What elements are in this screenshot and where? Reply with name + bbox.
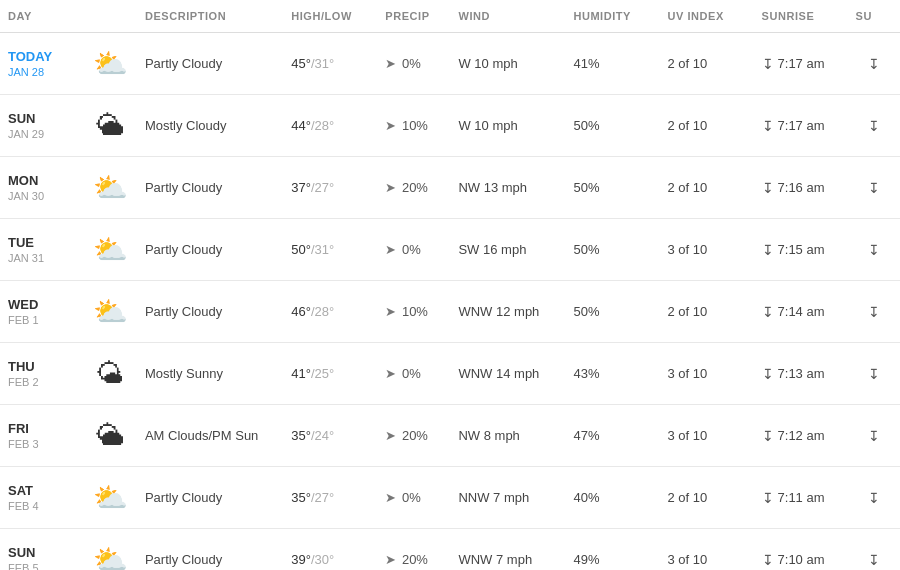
header-highlow: HIGH/LOW: [283, 0, 377, 33]
wind-cell: W 10 mph: [450, 95, 565, 157]
highlow-text: 44°/28°: [291, 118, 334, 133]
sunset-cell: ↧: [848, 95, 900, 157]
description-text: Mostly Cloudy: [145, 118, 227, 133]
sunrise-time: 7:10 am: [778, 552, 825, 567]
uvindex-cell: 2 of 10: [659, 157, 753, 219]
sunset-cell: ↧: [848, 467, 900, 529]
sunrise-cell: ↧7:15 am: [754, 219, 848, 281]
header-sunset: SU: [848, 0, 900, 33]
day-date: JAN 31: [8, 252, 76, 264]
weather-icon: 🌥: [92, 109, 129, 142]
humidity-cell: 50%: [565, 219, 659, 281]
sunset-cell: ↧: [848, 157, 900, 219]
description-cell: AM Clouds/PM Sun: [137, 405, 283, 467]
rain-drop-icon: ➤: [385, 118, 396, 133]
highlow-cell: 35°/27°: [283, 467, 377, 529]
day-name: WED: [8, 297, 76, 312]
description-text: Partly Cloudy: [145, 304, 222, 319]
sunrise-value: ↧7:11 am: [762, 490, 840, 506]
uvindex-text: 3 of 10: [667, 552, 707, 567]
table-row[interactable]: FRI FEB 3 🌥AM Clouds/PM Sun35°/24°➤ 20%N…: [0, 405, 900, 467]
weather-icon: ⛅: [92, 481, 129, 514]
sunset-cell: ↧: [848, 33, 900, 95]
uvindex-cell: 2 of 10: [659, 281, 753, 343]
uvindex-cell: 3 of 10: [659, 219, 753, 281]
sunrise-value: ↧7:16 am: [762, 180, 840, 196]
table-row[interactable]: TUE JAN 31 ⛅Partly Cloudy50°/31°➤ 0%SW 1…: [0, 219, 900, 281]
precip-text: ➤ 10%: [385, 118, 428, 133]
wind-text: SW 16 mph: [458, 242, 526, 257]
sunrise-cell: ↧7:14 am: [754, 281, 848, 343]
sunrise-time: 7:17 am: [778, 56, 825, 71]
sunrise-value: ↧7:14 am: [762, 304, 840, 320]
header-humidity: HUMIDITY: [565, 0, 659, 33]
day-date: FEB 3: [8, 438, 76, 450]
rain-drop-icon: ➤: [385, 552, 396, 567]
day-cell: SUN JAN 29: [0, 95, 84, 157]
day-date: FEB 1: [8, 314, 76, 326]
day-cell: WED FEB 1: [0, 281, 84, 343]
low-temp: 27°: [315, 180, 335, 195]
day-date: JAN 30: [8, 190, 76, 202]
weather-icon-cell: 🌥: [84, 405, 137, 467]
high-temp: 50°: [291, 242, 311, 257]
wind-text: W 10 mph: [458, 56, 517, 71]
humidity-cell: 50%: [565, 157, 659, 219]
high-temp: 39°: [291, 552, 311, 567]
sunrise-value: ↧7:12 am: [762, 428, 840, 444]
humidity-cell: 41%: [565, 33, 659, 95]
humidity-text: 49%: [573, 552, 599, 567]
humidity-cell: 43%: [565, 343, 659, 405]
table-row[interactable]: SUN JAN 29 🌥Mostly Cloudy44°/28°➤ 10%W 1…: [0, 95, 900, 157]
highlow-text: 45°/31°: [291, 56, 334, 71]
rain-drop-icon: ➤: [385, 366, 396, 381]
sunset-cell: ↧: [848, 219, 900, 281]
high-temp: 45°: [291, 56, 311, 71]
low-temp: 27°: [315, 490, 335, 505]
description-text: Partly Cloudy: [145, 552, 222, 567]
precip-cell: ➤ 10%: [377, 281, 450, 343]
sunset-arrow-icon: ↧: [868, 56, 880, 72]
weather-icon-cell: ⛅: [84, 33, 137, 95]
uvindex-cell: 3 of 10: [659, 405, 753, 467]
description-cell: Mostly Cloudy: [137, 95, 283, 157]
humidity-text: 50%: [573, 304, 599, 319]
table-row[interactable]: SUN FEB 5 ⛅Partly Cloudy39°/30°➤ 20%WNW …: [0, 529, 900, 571]
sunset-cell: ↧: [848, 343, 900, 405]
uvindex-text: 3 of 10: [667, 366, 707, 381]
precip-text: ➤ 0%: [385, 56, 420, 71]
sunrise-cell: ↧7:12 am: [754, 405, 848, 467]
highlow-text: 35°/24°: [291, 428, 334, 443]
table-row[interactable]: TODAY JAN 28 ⛅Partly Cloudy45°/31°➤ 0%W …: [0, 33, 900, 95]
table-row[interactable]: MON JAN 30 ⛅Partly Cloudy37°/27°➤ 20%NW …: [0, 157, 900, 219]
humidity-cell: 50%: [565, 281, 659, 343]
sunrise-cell: ↧7:13 am: [754, 343, 848, 405]
day-cell: MON JAN 30: [0, 157, 84, 219]
sunrise-value: ↧7:13 am: [762, 366, 840, 382]
day-name: MON: [8, 173, 76, 188]
table-row[interactable]: WED FEB 1 ⛅Partly Cloudy46°/28°➤ 10%WNW …: [0, 281, 900, 343]
rain-drop-icon: ➤: [385, 490, 396, 505]
table-row[interactable]: SAT FEB 4 ⛅Partly Cloudy35°/27°➤ 0%NNW 7…: [0, 467, 900, 529]
day-cell: FRI FEB 3: [0, 405, 84, 467]
humidity-text: 40%: [573, 490, 599, 505]
sunrise-time: 7:11 am: [778, 490, 825, 505]
wind-cell: NNW 7 mph: [450, 467, 565, 529]
precip-text: ➤ 20%: [385, 552, 428, 567]
highlow-cell: 35°/24°: [283, 405, 377, 467]
highlow-cell: 44°/28°: [283, 95, 377, 157]
highlow-cell: 50°/31°: [283, 219, 377, 281]
humidity-cell: 40%: [565, 467, 659, 529]
sunset-arrow-icon: ↧: [868, 242, 880, 258]
day-date: FEB 5: [8, 562, 76, 570]
day-name: SAT: [8, 483, 76, 498]
low-temp: 31°: [315, 56, 335, 71]
rain-drop-icon: ➤: [385, 180, 396, 195]
table-row[interactable]: THU FEB 2 🌤Mostly Sunny41°/25°➤ 0%WNW 14…: [0, 343, 900, 405]
rain-drop-icon: ➤: [385, 242, 396, 257]
sunrise-arrow-icon: ↧: [762, 552, 774, 568]
sunrise-cell: ↧7:17 am: [754, 33, 848, 95]
sunrise-cell: ↧7:11 am: [754, 467, 848, 529]
low-temp: 28°: [315, 118, 335, 133]
wind-cell: SW 16 mph: [450, 219, 565, 281]
